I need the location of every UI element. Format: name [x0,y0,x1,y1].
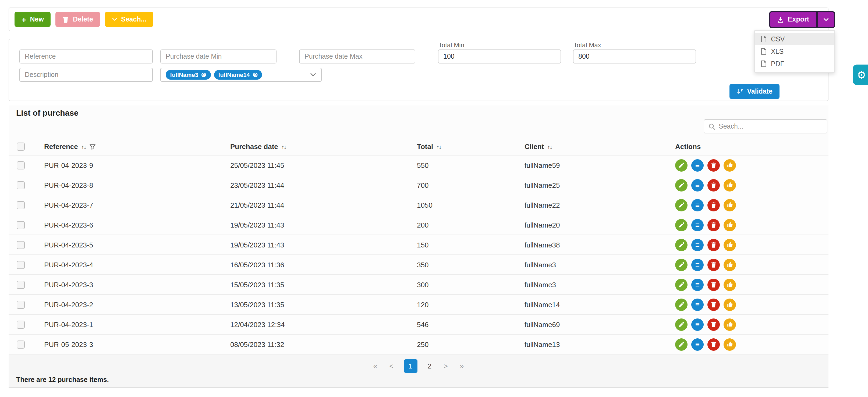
delete-row-button[interactable] [707,239,720,251]
delete-row-button[interactable] [707,258,720,271]
row-checkbox[interactable] [17,300,25,308]
details-button[interactable]: ≡ [691,159,704,171]
thumbs-up-icon [726,301,733,308]
delete-row-button[interactable] [707,179,720,191]
details-button[interactable]: ≡ [691,179,704,191]
total-min-input[interactable] [438,50,561,63]
column-header-purchase-date[interactable]: Purchase date [230,143,278,151]
row-checkbox[interactable] [17,161,25,169]
sort-icon[interactable]: ↑↓ [81,143,86,150]
row-checkbox[interactable] [17,181,25,189]
delete-row-button[interactable] [707,318,720,331]
export-caret-button[interactable] [817,11,835,28]
sort-icon[interactable]: ↑↓ [547,143,552,150]
filter-icon[interactable] [89,143,96,150]
approve-button[interactable] [723,239,736,251]
edit-button[interactable] [675,258,687,271]
table-footer: « < 1 2 > » There are 12 purchase items. [9,355,829,388]
details-button[interactable]: ≡ [691,278,704,291]
remove-tag-icon[interactable]: ⊗ [201,71,206,78]
trash-icon [711,162,717,169]
approve-button[interactable] [723,338,736,350]
delete-row-button[interactable] [707,338,720,350]
edit-button[interactable] [675,338,687,350]
select-all-checkbox[interactable] [17,143,25,151]
client-tag[interactable]: fullName14 ⊗ [214,70,262,80]
cell-client: fullName3 [525,261,675,269]
pagination-page-2[interactable]: 2 [426,362,433,370]
approve-button[interactable] [723,258,736,271]
details-button[interactable]: ≡ [691,258,704,271]
details-button[interactable]: ≡ [691,318,704,331]
pagination-last[interactable]: » [458,362,466,370]
edit-button[interactable] [675,278,687,291]
edit-button[interactable] [675,298,687,311]
delete-row-button[interactable] [707,278,720,291]
export-button[interactable]: Export [770,11,817,28]
edit-button[interactable] [675,159,687,171]
column-header-total[interactable]: Total [417,143,433,151]
row-checkbox[interactable] [17,221,25,229]
purchase-date-max-input[interactable] [299,50,415,63]
delete-button[interactable]: Delete [56,12,100,27]
delete-row-button[interactable] [707,219,720,231]
approve-button[interactable] [723,159,736,171]
sort-icon[interactable]: ↑↓ [281,143,286,150]
approve-button[interactable] [723,298,736,311]
chevron-down-icon[interactable] [310,71,316,78]
row-checkbox[interactable] [17,261,25,269]
approve-button[interactable] [723,278,736,291]
details-button[interactable]: ≡ [691,298,704,311]
export-menu-item-label: PDF [771,60,784,67]
details-button[interactable]: ≡ [691,239,704,251]
pagination-prev[interactable]: < [388,362,395,370]
remove-tag-icon[interactable]: ⊗ [253,71,258,78]
delete-row-button[interactable] [707,199,720,211]
edit-button[interactable] [675,179,687,191]
row-checkbox[interactable] [17,201,25,209]
details-button[interactable]: ≡ [691,219,704,231]
search-dropdown-button[interactable]: Seach... [105,12,154,27]
settings-tab[interactable]: ⚙ [852,65,868,85]
total-max-input[interactable] [573,50,696,63]
total-max-label: Total Max [574,41,601,49]
sort-icon[interactable]: ↑↓ [436,143,441,150]
table-search-input[interactable] [719,123,823,130]
table-row: PUR-04-2023-7 21/05/2023 11:44 1050 full… [9,195,829,215]
cell-purchase-date: 08/05/2023 11:32 [230,340,417,348]
details-button[interactable]: ≡ [691,338,704,350]
delete-row-button[interactable] [707,298,720,311]
description-filter-input[interactable] [19,68,153,82]
pagination-page-1[interactable]: 1 [404,359,417,373]
details-button[interactable]: ≡ [691,199,704,211]
export-menu-item-xls[interactable]: XLS [755,45,834,58]
column-header-reference[interactable]: Reference [44,143,78,151]
approve-button[interactable] [723,318,736,331]
cell-client: fullName20 [525,221,675,229]
edit-button[interactable] [675,219,687,231]
edit-button[interactable] [675,239,687,251]
purchase-date-min-input[interactable] [160,50,277,63]
client-multiselect[interactable]: fullName3 ⊗ fullName14 ⊗ [160,68,322,82]
pagination-next[interactable]: > [442,362,450,370]
new-button[interactable]: + New [14,12,51,27]
export-menu-item-pdf[interactable]: PDF [755,58,834,70]
pagination-first[interactable]: « [371,362,379,370]
approve-button[interactable] [723,219,736,231]
row-checkbox[interactable] [17,320,25,328]
row-checkbox[interactable] [17,280,25,288]
delete-row-button[interactable] [707,159,720,171]
approve-button[interactable] [723,199,736,211]
cell-total: 350 [417,261,525,269]
row-checkbox[interactable] [17,241,25,249]
client-tag[interactable]: fullName3 ⊗ [166,70,211,80]
row-checkbox[interactable] [17,340,25,348]
reference-filter-input[interactable] [19,50,153,63]
export-menu-item-csv[interactable]: CSV [755,33,834,45]
column-header-client[interactable]: Client [525,143,544,151]
approve-button[interactable] [723,179,736,191]
cell-total: 150 [417,241,525,249]
validate-button[interactable]: Validate [730,84,780,99]
edit-button[interactable] [675,318,687,331]
edit-button[interactable] [675,199,687,211]
